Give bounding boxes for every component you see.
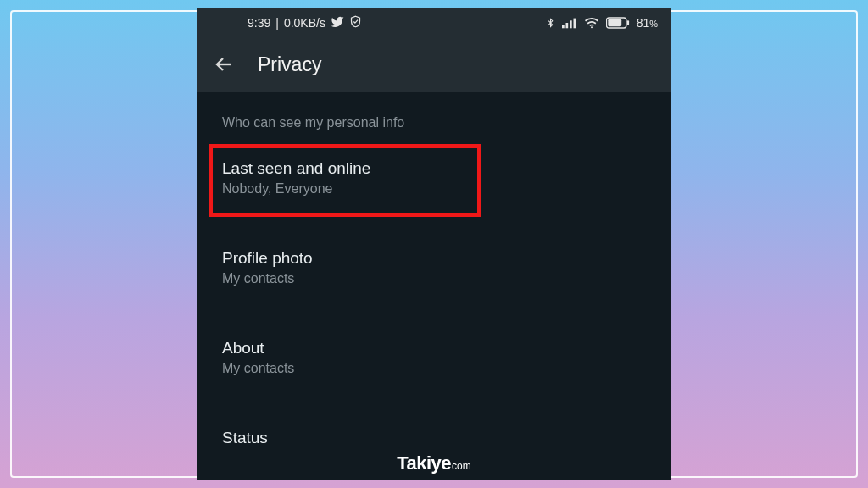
setting-title: Profile photo <box>222 249 646 268</box>
setting-subtitle: My contacts <box>222 271 646 286</box>
status-bar-right: 81% <box>546 16 658 30</box>
setting-status[interactable]: Status <box>197 417 671 454</box>
svg-rect-0 <box>562 25 565 29</box>
svg-point-4 <box>591 26 593 28</box>
status-time: 9:39 <box>248 16 270 30</box>
status-separator: | <box>275 16 279 30</box>
setting-profile-photo[interactable]: Profile photo My contacts <box>197 237 671 305</box>
svg-rect-1 <box>565 23 568 28</box>
settings-content: Who can see my personal info Last seen a… <box>197 92 671 480</box>
phone-screenshot: 9:39 | 0.0KB/s <box>197 8 671 480</box>
setting-title: About <box>222 339 646 358</box>
setting-subtitle: My contacts <box>222 361 646 376</box>
svg-rect-2 <box>570 20 572 28</box>
battery-icon <box>606 17 630 29</box>
setting-subtitle: Nobody, Everyone <box>222 181 646 197</box>
battery-percent: 81% <box>637 16 658 30</box>
wifi-icon <box>584 17 599 29</box>
app-bar: Privacy <box>197 37 671 92</box>
back-button[interactable] <box>212 53 236 76</box>
page-title: Privacy <box>258 53 321 76</box>
twitter-icon <box>331 15 344 31</box>
setting-last-seen[interactable]: Last seen and online Nobody, Everyone <box>197 147 671 215</box>
svg-rect-7 <box>626 20 628 25</box>
svg-rect-6 <box>608 19 621 26</box>
section-header: Who can see my personal info <box>197 107 671 147</box>
outer-frame: 9:39 | 0.0KB/s <box>0 0 868 488</box>
arrow-left-icon <box>214 54 234 75</box>
setting-title: Status <box>222 429 646 447</box>
signal-icon <box>562 17 577 29</box>
status-net-speed: 0.0KB/s <box>284 16 326 30</box>
watermark-suffix: com <box>452 460 471 472</box>
status-bar: 9:39 | 0.0KB/s <box>197 8 671 37</box>
shield-check-icon <box>349 15 362 30</box>
watermark-name: Takiye <box>397 452 451 474</box>
setting-title: Last seen and online <box>222 159 646 178</box>
setting-about[interactable]: About My contacts <box>197 327 671 395</box>
watermark: Takiyecom <box>397 452 471 474</box>
svg-rect-3 <box>573 19 576 29</box>
status-bar-left: 9:39 | 0.0KB/s <box>248 15 362 31</box>
bluetooth-icon <box>546 16 555 30</box>
